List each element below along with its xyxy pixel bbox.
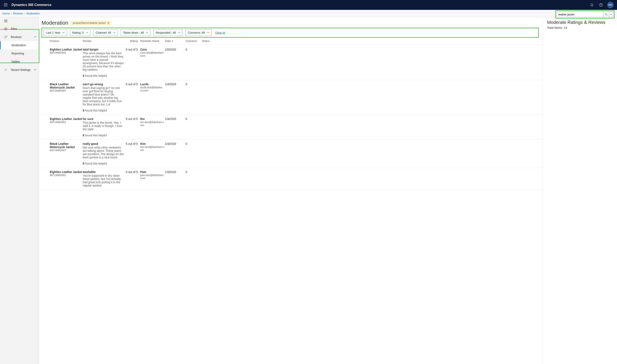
chevron-down-icon [207, 31, 209, 34]
product-sku: 68719492901 [50, 51, 83, 54]
rating-value: 5 out of 5 [124, 142, 140, 165]
reviewer-name: Pam [140, 170, 165, 174]
filter-chip-label: productName:leather jacket [73, 21, 106, 25]
helpful-count: 6 found this helpful [83, 134, 124, 137]
table-row[interactable]: Black Leather Motorcycle Jacket 68719492… [41, 80, 542, 115]
col-reviewer[interactable]: Reviewer Name [140, 39, 165, 42]
sidebar-item-label: Delete [12, 60, 20, 63]
product-name: Eighties Leather Jacket [50, 117, 83, 121]
review-date: 1/4/2020 [165, 117, 186, 137]
table-row[interactable]: Eighties Leather Jacket 68719492901 wash… [41, 168, 542, 190]
col-review[interactable]: Review [83, 39, 124, 42]
product-name: Eighties Leather Jacket [50, 48, 83, 51]
top-bar: Dynamics 365 Commerce MG [0, 0, 617, 10]
breadcrumb-moderation[interactable]: Moderation [27, 12, 40, 15]
reviewer-name: Kim [140, 142, 165, 145]
reviewer-email: cora.test@fabrikam.com [140, 51, 165, 57]
sidebar-item-delete[interactable]: Delete [0, 57, 39, 66]
svg-rect-4 [5, 4, 6, 5]
helpful-count: 5 found this helpful [83, 109, 124, 112]
avatar[interactable]: MG [607, 2, 614, 8]
rating-value: 5 out of 5 [124, 170, 140, 187]
svg-point-20 [5, 69, 6, 70]
filter-channel[interactable]: Channel: All [93, 29, 118, 36]
filters-highlight: Last 1 Year Rating: 5 Channel: All Taken… [41, 28, 539, 38]
filter-concerns[interactable]: Concerns: All [186, 29, 211, 36]
filter-responded[interactable]: Responded : All [153, 29, 183, 36]
sidebar-item-moderation[interactable]: Moderation [0, 41, 39, 49]
right-panel: Moderate Ratings & Reviews Total Items: … [543, 17, 617, 364]
review-date: 1/4/2020 [165, 83, 186, 112]
close-icon[interactable]: ✕ [107, 21, 110, 25]
total-items: Total Items: 14 [547, 26, 613, 29]
svg-rect-5 [7, 4, 7, 5]
review-body: This store always has the best prices on… [83, 52, 124, 71]
status-value [202, 83, 214, 112]
table-row[interactable]: Black Leather Motorcycle Jacket 68719492… [41, 140, 542, 168]
product-name: Eighties Leather Jacket [50, 170, 83, 174]
search-dropdown-button[interactable] [609, 12, 613, 17]
col-concerns[interactable]: Concerns [186, 39, 202, 42]
sort-down-icon [170, 39, 173, 42]
search-box-highlight [555, 10, 615, 18]
table-row[interactable]: Eighties Leather Jacket 68719492901 tota… [41, 45, 542, 80]
chevron-down-icon [86, 31, 88, 34]
concerns-count: 0 [186, 117, 202, 137]
status-value [202, 48, 214, 78]
filter-rating[interactable]: Rating: 5 [70, 29, 91, 36]
chevron-down-icon [113, 31, 116, 34]
svg-point-11 [605, 13, 607, 15]
svg-line-12 [606, 15, 607, 16]
breadcrumb: Home › Reviews › Moderation [2, 12, 40, 15]
reviewer-email: lucile.test@fabrikam.com [140, 86, 165, 92]
svg-point-19 [5, 36, 6, 37]
chevron-down-icon [146, 31, 148, 34]
svg-rect-3 [4, 4, 5, 5]
sidebar-item-tenant-settings[interactable]: Tenant Settings [0, 66, 39, 74]
chevron-down-icon [62, 31, 65, 34]
filter-taken-down[interactable]: Taken down : All [121, 29, 151, 36]
concerns-count: 0 [186, 48, 202, 78]
review-title: total bargin [83, 48, 124, 51]
status-value [202, 142, 214, 165]
sidebar: Sites Reviews Moderation Reporting Delet… [0, 17, 39, 364]
status-value [202, 170, 214, 187]
review-title: washable [83, 170, 124, 174]
help-icon[interactable] [596, 0, 605, 10]
review-title: can't go wrong [83, 83, 124, 86]
right-panel-title: Moderate Ratings & Reviews [547, 20, 613, 25]
sidebar-item-reviews[interactable]: Reviews [0, 33, 39, 41]
app-launcher-icon[interactable] [2, 1, 10, 9]
sidebar-item-label: Tenant Settings [11, 68, 31, 71]
review-body: You're supposed to dry clean these jacke… [83, 174, 124, 187]
sidebar-item-label: Reporting [12, 52, 24, 55]
status-value [202, 117, 214, 137]
hamburger-icon[interactable] [0, 17, 39, 25]
sidebar-item-label: Sites [11, 27, 17, 30]
col-product[interactable]: Product [50, 39, 83, 42]
chevron-down-icon [178, 31, 180, 34]
col-date[interactable]: Date [165, 39, 186, 42]
review-date: 1/4/2020 [165, 142, 186, 165]
col-status[interactable]: Status [202, 39, 214, 42]
breadcrumb-reviews[interactable]: Reviews [13, 12, 23, 15]
concerns-count: 0 [186, 83, 202, 112]
table-body[interactable]: Eighties Leather Jacket 68719492901 tota… [41, 45, 542, 364]
search-button[interactable] [603, 12, 609, 17]
svg-rect-1 [5, 3, 6, 4]
sidebar-item-reporting[interactable]: Reporting [0, 49, 39, 57]
concerns-count: 0 [186, 170, 202, 187]
reviewer-email: kim.test@fabrikam.com [140, 145, 165, 152]
rating-value: 5 out of 5 [124, 117, 140, 137]
review-title: for sure [83, 117, 124, 121]
chevron-up-icon [34, 35, 36, 39]
notifications-icon[interactable] [587, 0, 596, 10]
clear-all-link[interactable]: Clear All [215, 31, 225, 34]
table-row[interactable]: Eighties Leather Jacket 68719492901 for … [41, 115, 542, 140]
filter-date[interactable]: Last 1 Year [44, 29, 67, 36]
sidebar-item-sites[interactable]: Sites [0, 25, 39, 33]
breadcrumb-home[interactable]: Home [2, 12, 10, 15]
product-sku: 68719492907 [50, 89, 83, 92]
search-input[interactable] [557, 12, 603, 17]
col-rating[interactable]: Rating [124, 39, 140, 42]
